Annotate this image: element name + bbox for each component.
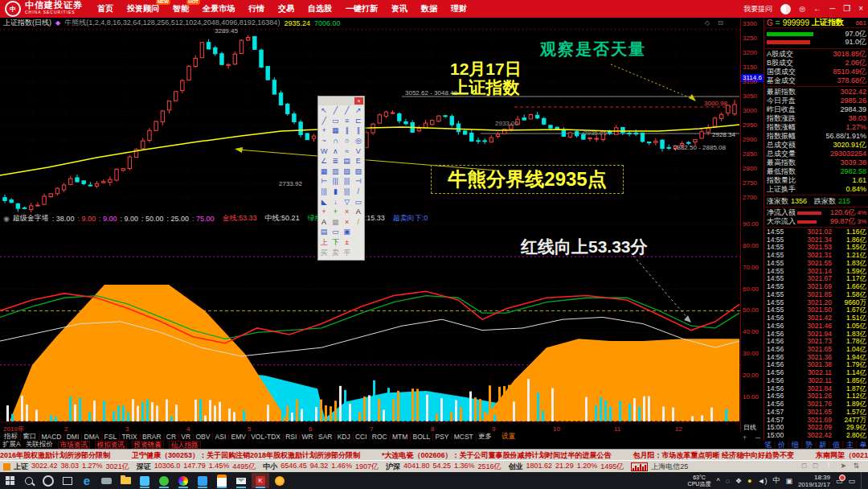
draw-tool-icon[interactable]: ||| [342, 187, 353, 197]
flame-browser-icon[interactable] [271, 473, 289, 488]
indicator-name-label[interactable]: 超级金字塔 [13, 213, 49, 224]
draw-tool-icon[interactable]: ∧ [330, 146, 341, 156]
draw-tool-icon[interactable]: ≡ [342, 116, 353, 126]
volume-icon[interactable]: ◄) [758, 477, 768, 485]
security-app-icon[interactable] [155, 473, 173, 488]
draw-tool-icon[interactable]: ||| [318, 187, 330, 197]
indicator-tab-FSL[interactable]: FSL [103, 433, 119, 441]
draw-tool-icon[interactable]: ||| [342, 176, 353, 187]
draw-tool-icon[interactable]: ||| [330, 176, 341, 187]
menu-item-3[interactable]: 全景市场 [203, 3, 235, 14]
draw-tool-icon[interactable]: ⊏ [353, 116, 364, 126]
indicator-name[interactable]: 牛熊线(1,2,4,8,16,32,64,128,256,512,1024,20… [64, 18, 280, 28]
draw-tool-icon[interactable]: ≣ [330, 156, 341, 166]
draw-tool-icon[interactable]: ◎ [353, 136, 364, 146]
indicator-tab-KDJ[interactable]: KDJ [336, 433, 352, 441]
index-quote-沪深[interactable]: 沪深4041.8054.251.36%2516亿 [386, 462, 502, 472]
draw-tool-icon[interactable]: ▭ [330, 116, 341, 126]
task-view-icon[interactable] [59, 473, 76, 488]
draw-tool-icon[interactable]: ↓ [330, 196, 341, 207]
draw-tool-icon[interactable]: ╱ [330, 105, 341, 116]
draw-tool-icon[interactable]: ╱ [342, 105, 353, 116]
indicator-tab-DMI[interactable]: DMI [65, 433, 81, 441]
tray-icon-1[interactable]: ◌ [726, 477, 730, 485]
draw-tool-icon[interactable]: ▥ [330, 166, 341, 177]
draw-tool-icon[interactable]: ⊢ [318, 176, 330, 187]
back-button[interactable]: ← [813, 5, 821, 13]
draw-tool-icon[interactable]: ◣ [318, 196, 330, 207]
ask-question-link[interactable]: 我要提问 [743, 4, 772, 14]
drawing-toolbar-titlebar[interactable]: × [318, 97, 364, 105]
close-button[interactable]: × [858, 5, 863, 13]
draw-tool-icon[interactable]: × [342, 217, 353, 228]
menu-item-0[interactable]: 首页 [97, 3, 113, 14]
settings-gear-icon[interactable]: ◎ [799, 5, 805, 13]
menu-item-2[interactable]: 智能HOT [173, 3, 189, 14]
draw-tool-icon[interactable] [353, 237, 364, 248]
ext-red-tab-仙人指路[interactable]: 仙人指路 [169, 441, 201, 449]
draw-tool-icon[interactable]: × [342, 207, 353, 217]
ime-indicator[interactable]: 中 [772, 475, 780, 486]
restore-button[interactable]: ❐ [843, 5, 850, 13]
draw-tool-icon[interactable]: / [353, 187, 364, 197]
draw-tool-icon[interactable]: V [353, 146, 364, 156]
taskbar-clock[interactable]: 18:39 2019/12/17 [798, 474, 830, 488]
time-and-sales-list[interactable]: 14:553021.021.16亿14:553021.341.86亿14:553… [764, 228, 868, 440]
index-quote-中小[interactable]: 中小6546.4594.321.46%1907亿 [263, 462, 379, 472]
draw-tool-icon[interactable]: ╱ [318, 116, 330, 126]
indicator-tab-ROC[interactable]: ROC [371, 433, 389, 441]
indicator-tab-OBV[interactable]: OBV [194, 433, 211, 441]
tray-icon-3[interactable]: ● [747, 477, 751, 485]
draw-tool-icon[interactable]: W [318, 146, 330, 156]
cortana-icon[interactable] [39, 473, 57, 488]
draw-tool-icon[interactable]: ∠ [318, 156, 330, 166]
draw-tool-icon[interactable]: ∥ [353, 125, 364, 136]
drawing-toolbar-close-icon[interactable]: × [354, 97, 363, 105]
chat-app-icon[interactable] [194, 473, 211, 488]
menu-item-5[interactable]: 交易 [278, 3, 294, 14]
index-quote-创业[interactable]: 创业1801.6221.291.20%1495亿 [509, 462, 624, 472]
search-icon[interactable] [20, 473, 38, 488]
mail-icon[interactable] [232, 473, 250, 488]
draw-tool-icon[interactable]: 买 [318, 247, 330, 257]
draw-tool-icon[interactable] [353, 227, 364, 237]
draw-tool-icon[interactable]: A [353, 207, 364, 217]
service-icon[interactable] [780, 4, 791, 14]
menu-item-7[interactable]: 一键打新 [346, 3, 378, 14]
indicator-tab-SAR[interactable]: SAR [317, 433, 334, 441]
action-center-icon[interactable]: ▭ [848, 477, 855, 485]
draw-tool-icon[interactable]: ∩ [330, 136, 341, 146]
indicator-tab-VOL-TDX[interactable]: VOL-TDX [249, 433, 282, 441]
draw-tool-icon[interactable]: 卖 [330, 247, 341, 257]
draw-tool-icon[interactable]: E [353, 156, 364, 166]
chart-corner-icons[interactable]: ◇ ⊡ [705, 19, 727, 27]
indicator-tab-BRAR[interactable]: BRAR [141, 433, 163, 441]
draw-tool-icon[interactable]: ○ [342, 136, 353, 146]
draw-tool-icon[interactable]: ▣ [342, 227, 353, 237]
file-explorer-icon[interactable] [117, 473, 134, 488]
indicator-param-bar[interactable]: ◉超级金字塔: 38.00: 9.00: 9.00: 9.00: 50.00: … [0, 213, 743, 224]
indicator-tab-MTM[interactable]: MTM [391, 433, 409, 441]
menu-item-1[interactable]: 投资顾问NEW [127, 3, 159, 14]
indicator-tab-DMA[interactable]: DMA [83, 433, 101, 441]
indicator-tab-TRIX[interactable]: TRIX [120, 433, 138, 441]
draw-tool-icon[interactable]: 平 [342, 247, 353, 257]
draw-tool-icon[interactable]: ∥ [342, 125, 353, 136]
draw-tool-icon[interactable]: 下 [330, 237, 341, 248]
draw-tool-icon[interactable] [353, 247, 364, 257]
tray-expand-icon[interactable]: ^ [716, 477, 719, 485]
ext-red-tab-模拟资讯[interactable]: 模拟资讯 [95, 441, 127, 449]
ext-red-tab-市场资讯[interactable]: 市场资讯 [58, 441, 90, 449]
menu-item-8[interactable]: 资讯 [391, 3, 407, 14]
draw-tool-icon[interactable]: ▨ [342, 166, 353, 177]
draw-tool-icon[interactable]: ± [342, 237, 353, 248]
draw-tool-icon[interactable]: ▮ [330, 187, 341, 197]
draw-tool-icon[interactable]: ▧ [353, 166, 364, 177]
menu-item-6[interactable]: 自选股 [308, 3, 332, 14]
ext-red-tab-投资锦囊[interactable]: 投资锦囊 [132, 441, 164, 449]
indicator-tab-MCST[interactable]: MCST [452, 433, 475, 441]
indicator-tab-EMV[interactable]: EMV [229, 433, 247, 441]
indicator-tab-VR[interactable]: VR [179, 433, 192, 441]
menu-item-9[interactable]: 数据 [421, 3, 437, 14]
indicator-tab-PSY[interactable]: PSY [433, 433, 450, 441]
